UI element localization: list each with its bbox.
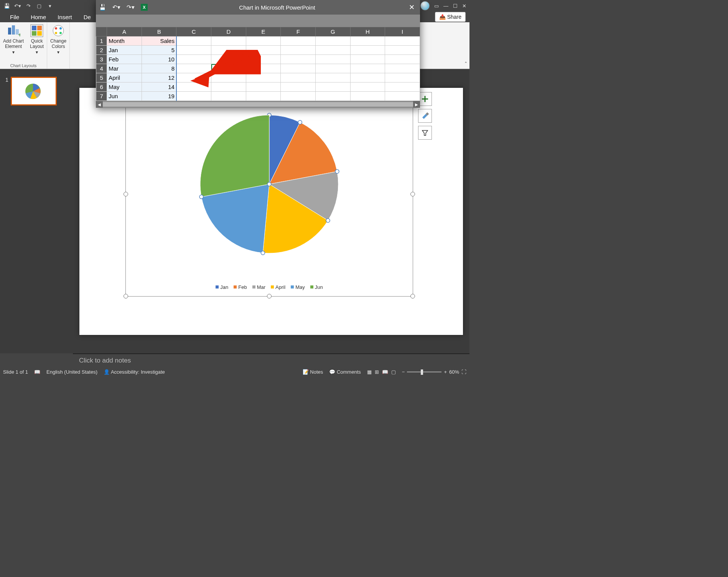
ds-redo-icon[interactable]: ↷▾ [127, 4, 135, 11]
zoom-out-icon[interactable]: − [402, 369, 405, 375]
scroll-right-icon[interactable]: ▶ [413, 101, 420, 108]
cell[interactable] [385, 55, 420, 64]
cell[interactable]: 8 [142, 64, 176, 73]
cell[interactable]: Jun [107, 92, 142, 101]
cell[interactable]: Sales [142, 36, 176, 46]
quick-layout-button[interactable]: Quick Layout▾ [30, 24, 44, 55]
ribbon-display-icon[interactable]: ▭ [434, 3, 439, 9]
change-colors-button[interactable]: Change Colors▾ [50, 24, 66, 55]
cell[interactable]: May [107, 82, 142, 92]
cell[interactable] [350, 55, 385, 64]
cell[interactable] [246, 55, 281, 64]
cell[interactable] [316, 36, 351, 46]
cell[interactable]: Feb [107, 55, 142, 64]
col-header[interactable]: F [281, 27, 316, 36]
col-header[interactable]: B [142, 27, 176, 36]
spellcheck-icon[interactable]: 📖 [34, 369, 40, 375]
cell[interactable]: 14 [142, 82, 176, 92]
zoom-in-icon[interactable]: + [444, 369, 447, 375]
ds-close-icon[interactable]: ✕ [407, 3, 417, 12]
col-header[interactable]: A [107, 27, 142, 36]
tab-insert[interactable]: Insert [55, 12, 74, 22]
view-sorter-icon[interactable]: ⊞ [375, 369, 379, 375]
view-normal-icon[interactable]: ▦ [367, 369, 372, 375]
col-header[interactable]: I [385, 27, 420, 36]
tab-design-partial[interactable]: De [81, 12, 93, 22]
ds-undo-icon[interactable]: ↶▾ [112, 4, 120, 11]
cell[interactable] [316, 92, 351, 101]
cell[interactable] [350, 46, 385, 55]
col-header[interactable]: D [211, 27, 246, 36]
save-icon[interactable]: 💾 [3, 2, 11, 10]
accessibility-status[interactable]: 👤 Accessibility: Investigate [104, 369, 165, 375]
cell[interactable] [350, 82, 385, 92]
cell[interactable]: April [107, 73, 142, 82]
cell[interactable] [350, 73, 385, 82]
redo-icon[interactable]: ↷ [25, 2, 32, 10]
cell[interactable] [350, 92, 385, 101]
pie-chart[interactable] [196, 111, 342, 259]
cell[interactable] [211, 64, 246, 73]
slide-count[interactable]: Slide 1 of 1 [3, 369, 28, 375]
col-header[interactable]: E [246, 27, 281, 36]
col-header[interactable]: C [176, 27, 211, 36]
cell[interactable] [176, 73, 211, 82]
fit-window-icon[interactable]: ⛶ [461, 369, 466, 375]
cell[interactable] [350, 64, 385, 73]
cell[interactable] [176, 55, 211, 64]
cell[interactable] [316, 64, 351, 73]
cell[interactable] [316, 55, 351, 64]
cell[interactable] [246, 92, 281, 101]
notes-pane[interactable]: Click to add notes [73, 353, 469, 367]
cell[interactable]: 10 [142, 55, 176, 64]
col-header[interactable]: H [350, 27, 385, 36]
slide-thumbnail-1[interactable] [11, 77, 57, 106]
cell[interactable] [281, 73, 316, 82]
cell[interactable] [385, 46, 420, 55]
zoom-value[interactable]: 60% [449, 369, 459, 375]
cell[interactable] [211, 73, 246, 82]
row-header[interactable]: 4 [96, 64, 107, 73]
row-header[interactable]: 6 [96, 82, 107, 92]
zoom-slider[interactable] [407, 371, 441, 373]
datasheet-grid[interactable]: ABCDEFGHI1MonthSales2Jan53Feb104Mar85Apr… [96, 27, 420, 101]
cell[interactable] [281, 46, 316, 55]
language-status[interactable]: English (United States) [46, 369, 97, 375]
cell[interactable] [211, 36, 246, 46]
cell[interactable] [281, 92, 316, 101]
collapse-ribbon-icon[interactable]: ˄ [464, 61, 467, 67]
cell[interactable]: Jan [107, 46, 142, 55]
tab-home[interactable]: Home [28, 12, 48, 22]
cell[interactable] [211, 82, 246, 92]
cell[interactable] [176, 82, 211, 92]
cell[interactable] [176, 36, 211, 46]
cell[interactable] [316, 82, 351, 92]
maximize-icon[interactable]: ☐ [453, 3, 458, 9]
cell[interactable] [211, 92, 246, 101]
cell[interactable]: 5 [142, 46, 176, 55]
cell[interactable] [385, 82, 420, 92]
ds-excel-icon[interactable]: X [141, 4, 148, 11]
cell[interactable]: 12 [142, 73, 176, 82]
qat-dropdown-icon[interactable]: ▾ [46, 2, 54, 10]
present-icon[interactable]: ▢ [35, 2, 43, 10]
chart-object[interactable]: Sales Click to add subtitle Jan Feb Mar … [125, 92, 413, 297]
cell[interactable] [316, 46, 351, 55]
row-header[interactable]: 7 [96, 92, 107, 101]
minimize-icon[interactable]: — [443, 3, 448, 9]
cell[interactable]: 19 [142, 92, 176, 101]
row-header[interactable]: 3 [96, 55, 107, 64]
scroll-left-icon[interactable]: ◀ [96, 101, 103, 108]
cell[interactable] [246, 36, 281, 46]
cell[interactable] [385, 64, 420, 73]
chart-filters-button[interactable] [418, 126, 432, 140]
view-reading-icon[interactable]: 📖 [382, 369, 388, 375]
tab-file[interactable]: File [8, 12, 21, 22]
cell[interactable] [385, 36, 420, 46]
cell[interactable] [385, 92, 420, 101]
slide-canvas[interactable]: Sales Click to add subtitle Jan Feb Mar … [79, 88, 463, 335]
avatar[interactable] [420, 1, 430, 10]
close-icon[interactable]: ✕ [462, 3, 466, 9]
add-chart-element-button[interactable]: + Add Chart Element▾ [3, 24, 24, 55]
comments-button[interactable]: 💬 Comments [329, 369, 361, 375]
